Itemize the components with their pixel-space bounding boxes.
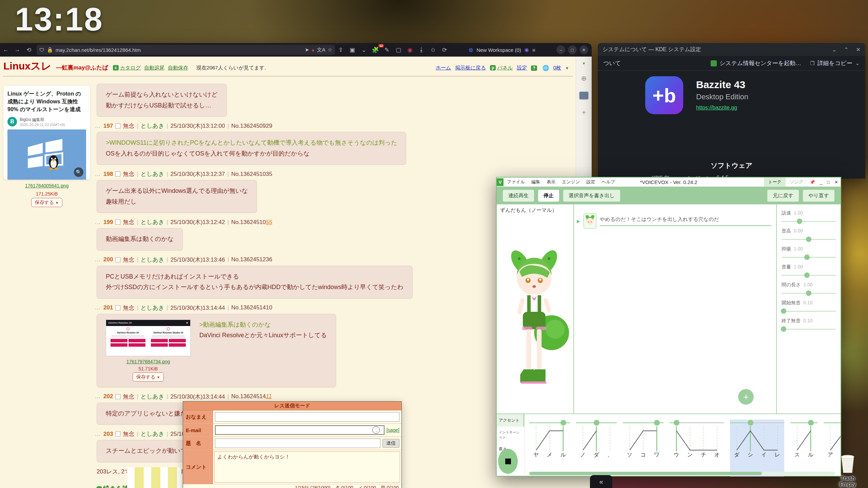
image-filename-link[interactable]: 1761797684734.png	[126, 359, 170, 364]
extension-icon[interactable]: 🧩12	[370, 46, 381, 54]
accent-slider[interactable]	[730, 420, 784, 426]
menu-item[interactable]: ファイル	[507, 179, 525, 185]
ime-icon[interactable]: ¨̮	[372, 426, 380, 434]
shield-icon[interactable]: 🛡	[39, 47, 44, 53]
toolbar-button[interactable]: 連続再生	[503, 190, 534, 202]
accent-handle[interactable]	[748, 420, 753, 426]
help-badge[interactable]: ?	[531, 65, 537, 71]
mora-label[interactable]: ノ	[576, 451, 590, 459]
record-icon[interactable]: ◉	[404, 46, 416, 54]
globe-tab-icon[interactable]: ⊕	[581, 74, 587, 82]
refresh-icon[interactable]: ⟳	[439, 46, 450, 54]
mora-label[interactable]: チ	[697, 451, 710, 459]
email-input[interactable]	[215, 425, 384, 435]
forward-icon[interactable]: →	[12, 46, 23, 53]
speaker-avatar[interactable]	[584, 213, 596, 229]
horizontal-scrollbar[interactable]	[529, 472, 835, 475]
maximize-icon[interactable]: □	[827, 180, 830, 185]
nav-link[interactable]: 自動保存	[168, 65, 188, 70]
mora-label[interactable]: 、	[603, 451, 617, 459]
add-audio-item-button[interactable]: +	[738, 389, 754, 405]
detail-tab[interactable]: アクセント	[497, 414, 524, 427]
name-input[interactable]	[215, 412, 399, 422]
op-filename-link[interactable]: 1761784005641.png	[25, 183, 68, 188]
mora-label[interactable]: ダ	[590, 451, 603, 459]
accent-slider[interactable]	[670, 420, 724, 426]
post-checkbox[interactable]	[115, 305, 120, 310]
caret-down-icon[interactable]: ▼	[565, 66, 569, 70]
post-menu-icon[interactable]: …	[95, 256, 101, 263]
bazzite-link[interactable]: https://bazzite.gg	[696, 105, 737, 111]
accent-phrase[interactable]: ヤメル	[529, 420, 570, 476]
quoted-suffix-link[interactable]: 55	[266, 219, 272, 225]
mora-label[interactable]: ダ	[730, 451, 744, 459]
image-count[interactable]: 0枚	[553, 65, 561, 71]
post-checkbox[interactable]	[115, 220, 120, 225]
avatar[interactable]: ◉	[525, 47, 529, 53]
accent-slider[interactable]	[623, 420, 664, 426]
mora-label[interactable]: シ	[744, 451, 757, 459]
post-menu-icon[interactable]: …	[95, 171, 101, 178]
home-link[interactable]: ホーム	[436, 65, 451, 71]
post-mail[interactable]: 無念	[123, 122, 134, 130]
quoted-suffix-link[interactable]: 11	[266, 393, 272, 400]
post-menu-icon[interactable]: …	[95, 123, 101, 129]
menu-item[interactable]: 表示	[547, 179, 555, 185]
url-text[interactable]: may.2chan.net/b/res/1362412864.htm	[56, 47, 302, 53]
post-image-thumbnail[interactable]: DaVinci Resolve 20⊗DaVinci Resolve 20DaV…	[106, 320, 191, 356]
accent-slider[interactable]	[529, 420, 570, 426]
window-icon[interactable]: ▢	[393, 46, 404, 54]
downloads-icon[interactable]: ⭳	[416, 46, 427, 53]
nav-link[interactable]: カタログ	[120, 65, 141, 70]
toolbar-button[interactable]: 元に戻す	[767, 190, 799, 202]
parameter-slider[interactable]	[782, 329, 836, 330]
parameter-slider[interactable]	[782, 293, 836, 294]
voicevox-titlebar[interactable]: V ファイル編集表示エンジン設定ヘルプ *VOICEVOX - Ver. 0.2…	[497, 178, 841, 187]
accent-handle[interactable]	[560, 420, 566, 426]
parameter-slider[interactable]	[782, 311, 836, 312]
accent-phrase[interactable]: スル	[790, 420, 817, 476]
panel-expander[interactable]: «	[590, 475, 612, 488]
accent-handle[interactable]	[654, 420, 660, 426]
mora-label[interactable]: ン	[683, 451, 697, 459]
shade-icon[interactable]: ⌄	[832, 46, 836, 53]
mora-label[interactable]: ヤ	[529, 451, 543, 459]
post-menu-icon[interactable]: …	[95, 393, 101, 400]
parameter-slider[interactable]	[782, 275, 836, 276]
mora-label[interactable]: ソ	[623, 451, 636, 459]
slider-thumb[interactable]	[806, 237, 811, 242]
accent-slider[interactable]	[824, 420, 841, 426]
menu-item[interactable]: 編集	[531, 179, 540, 185]
slider-thumb[interactable]	[781, 326, 786, 332]
post-menu-icon[interactable]: …	[95, 219, 101, 226]
slider-thumb[interactable]	[781, 308, 786, 314]
close-icon[interactable]: ✕	[856, 46, 861, 53]
pin-icon[interactable]: 📌	[810, 180, 815, 185]
mora-label[interactable]: ル	[804, 451, 817, 459]
panel-link[interactable]: パネル	[497, 65, 513, 70]
slider-thumb[interactable]	[797, 219, 802, 224]
mora-label[interactable]: ウ	[670, 451, 683, 459]
accent-handle[interactable]	[808, 420, 814, 426]
post-mail[interactable]: 無念	[123, 256, 134, 264]
maximize-button[interactable]: □	[568, 45, 577, 54]
mora-label[interactable]: イ	[757, 451, 771, 459]
toolbar-button[interactable]: やり直す	[803, 190, 834, 202]
close-icon[interactable]: ✕	[834, 180, 838, 185]
submit-button[interactable]: 送信	[382, 439, 399, 448]
detail-tab[interactable]: イントネーション	[497, 427, 524, 443]
op-save-button[interactable]: 保存する ▼	[31, 198, 62, 207]
toolbar-button[interactable]: 選択音声を書き出し	[563, 190, 620, 202]
post-mail[interactable]: 無念	[123, 304, 134, 312]
toolbar-button[interactable]: 停止	[538, 190, 559, 202]
accent-handle[interactable]	[594, 420, 599, 426]
post-menu-icon[interactable]: …	[95, 431, 101, 438]
chevron-down-icon[interactable]: ⌄	[358, 46, 370, 54]
bookmarks-icon[interactable]: ✩	[427, 46, 439, 54]
post-checkbox[interactable]	[115, 394, 120, 399]
subject-input[interactable]	[215, 439, 380, 448]
speech-text-input[interactable]: やめるのだ！そこはウンチを出し入れする穴なのだ	[600, 216, 771, 226]
tab-song[interactable]: ソング	[786, 178, 807, 186]
mora-label[interactable]: ス	[790, 451, 804, 459]
image-save-button[interactable]: 保存する ▼	[133, 372, 164, 382]
